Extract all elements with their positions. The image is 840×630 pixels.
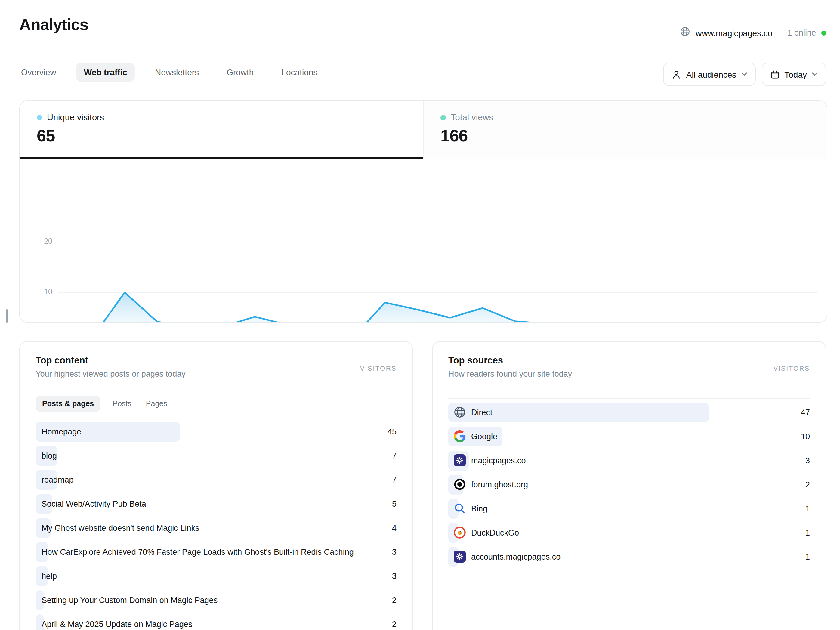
row-label: magicpages.co — [471, 451, 526, 471]
content-row[interactable]: How CarExplore Achieved 70% Faster Page … — [35, 542, 396, 562]
google-icon — [454, 430, 466, 442]
scrollbar-thumb[interactable] — [6, 309, 8, 322]
stat-card-unique-visitors[interactable]: Unique visitors 65 — [20, 101, 423, 159]
chevron-down-icon — [812, 72, 818, 76]
bing-icon — [454, 502, 466, 515]
tab-locations[interactable]: Locations — [273, 63, 325, 82]
site-domain[interactable]: www.magicpages.co — [696, 28, 772, 38]
content-type-tabs: Posts & pagesPostsPages — [35, 396, 170, 412]
divider — [448, 398, 810, 399]
y-axis-tick: 10 — [20, 287, 52, 296]
source-row[interactable]: forum.ghost.org2 — [448, 475, 810, 494]
globe-icon — [454, 406, 466, 418]
content-tab-posts[interactable]: Posts — [110, 396, 134, 412]
row-label: April & May 2025 Update on Magic Pages — [41, 614, 192, 630]
card-subtitle: How readers found your site today — [448, 369, 810, 379]
total-views-dot — [441, 115, 446, 120]
stat-label: Total views — [451, 112, 493, 122]
row-visitors-value: 7 — [392, 446, 396, 466]
row-visitors-value: 2 — [805, 475, 810, 494]
content-row[interactable]: help3 — [35, 566, 396, 586]
top-sources-list: Direct47Google10magicpages.co3forum.ghos… — [448, 403, 810, 571]
stat-value: 166 — [441, 126, 810, 145]
page-title: Analytics — [19, 16, 88, 34]
row-label: help — [41, 566, 57, 586]
date-range-button[interactable]: Today — [761, 63, 826, 86]
row-label: Setting up Your Custom Domain on Magic P… — [41, 590, 218, 610]
tab-overview[interactable]: Overview — [13, 63, 64, 82]
card-title: Top content — [35, 355, 396, 366]
row-visitors-value: 47 — [801, 403, 810, 422]
row-label: roadmap — [41, 470, 74, 490]
content-row[interactable]: blog7 — [35, 446, 396, 466]
source-row[interactable]: Direct47 — [448, 403, 810, 422]
content-tab-posts-pages[interactable]: Posts & pages — [35, 396, 101, 412]
source-row[interactable]: accounts.magicpages.co1 — [448, 547, 810, 567]
visitors-column-header: VISITORS — [774, 365, 810, 372]
content-row[interactable]: My Ghost website doesn't send Magic Link… — [35, 518, 396, 538]
date-range-button-label: Today — [784, 69, 807, 79]
stat-card-total-views[interactable]: Total views 166 — [423, 101, 827, 159]
person-icon — [672, 69, 681, 79]
stat-value: 65 — [37, 126, 406, 145]
row-label: blog — [41, 446, 57, 466]
site-info: www.magicpages.co 1 online — [680, 27, 826, 39]
row-label: How CarExplore Achieved 70% Faster Page … — [41, 542, 354, 562]
kpi-row: Unique visitors 65 Total views 166 — [20, 101, 827, 159]
card-subtitle: Your highest viewed posts or pages today — [35, 369, 396, 379]
magicpages-icon — [454, 454, 466, 466]
source-row[interactable]: magicpages.co3 — [448, 451, 810, 471]
traffic-card: Unique visitors 65 Total views 166 20 10… — [19, 101, 827, 322]
divider — [35, 416, 396, 416]
online-count: 1 online — [787, 28, 816, 37]
y-axis-tick: 20 — [20, 237, 52, 245]
calendar-icon — [770, 69, 780, 79]
source-row[interactable]: Bing1 — [448, 499, 810, 519]
row-visitors-value: 1 — [805, 547, 810, 567]
ghost-forum-icon — [454, 478, 466, 490]
content-tab-pages[interactable]: Pages — [144, 396, 170, 412]
tab-growth[interactable]: Growth — [219, 63, 261, 82]
online-status-dot — [821, 30, 826, 35]
unique-visitors-area-chart — [60, 235, 808, 322]
row-visitors-value: 45 — [387, 422, 396, 442]
row-visitors-value: 1 — [805, 499, 810, 519]
content-row[interactable]: April & May 2025 Update on Magic Pages2 — [35, 614, 396, 630]
row-visitors-value: 7 — [392, 470, 396, 490]
row-label: Direct — [471, 403, 493, 422]
unique-visitors-dot — [37, 115, 42, 120]
content-row[interactable]: roadmap7 — [35, 470, 396, 490]
content-row[interactable]: Homepage45 — [35, 422, 396, 442]
row-visitors-value: 3 — [392, 542, 396, 562]
header-divider — [780, 28, 780, 38]
row-label: My Ghost website doesn't send Magic Link… — [41, 518, 199, 538]
source-row[interactable]: Google10 — [448, 426, 810, 447]
content-row[interactable]: Setting up Your Custom Domain on Magic P… — [35, 590, 396, 610]
row-label: DuckDuckGo — [471, 523, 519, 543]
row-visitors-value: 5 — [392, 494, 396, 514]
row-visitors-value: 3 — [392, 566, 396, 586]
row-label: Google — [471, 426, 497, 447]
chevron-down-icon — [741, 72, 747, 76]
traffic-chart-area: 20 10 0 28 Jul 29 Jul — [20, 159, 827, 321]
tab-web-traffic[interactable]: Web traffic — [76, 63, 135, 82]
stat-label: Unique visitors — [47, 112, 104, 122]
row-visitors-value: 4 — [392, 518, 396, 538]
audiences-button-label: All audiences — [686, 69, 736, 79]
tab-newsletters[interactable]: Newsletters — [147, 63, 207, 82]
row-label: Social Web/Activity Pub Beta — [41, 494, 146, 514]
card-title: Top sources — [448, 355, 810, 366]
top-sources-card: Top sources How readers found your site … — [432, 341, 826, 630]
analytics-tabs: OverviewWeb trafficNewslettersGrowthLoca… — [13, 63, 325, 82]
magicpages-icon — [454, 551, 466, 563]
row-visitors-value: 10 — [801, 426, 810, 447]
row-visitors-value: 2 — [392, 614, 396, 630]
row-label: Homepage — [41, 422, 81, 442]
visitors-column-header: VISITORS — [360, 365, 397, 372]
audiences-button[interactable]: All audiences — [663, 63, 756, 86]
content-row[interactable]: Social Web/Activity Pub Beta5 — [35, 494, 396, 514]
analytics-page: Analytics www.magicpages.co 1 online Ove… — [0, 0, 840, 630]
source-row[interactable]: DuckDuckGo1 — [448, 523, 810, 543]
globe-icon — [680, 27, 690, 39]
duckduckgo-icon — [454, 526, 466, 538]
